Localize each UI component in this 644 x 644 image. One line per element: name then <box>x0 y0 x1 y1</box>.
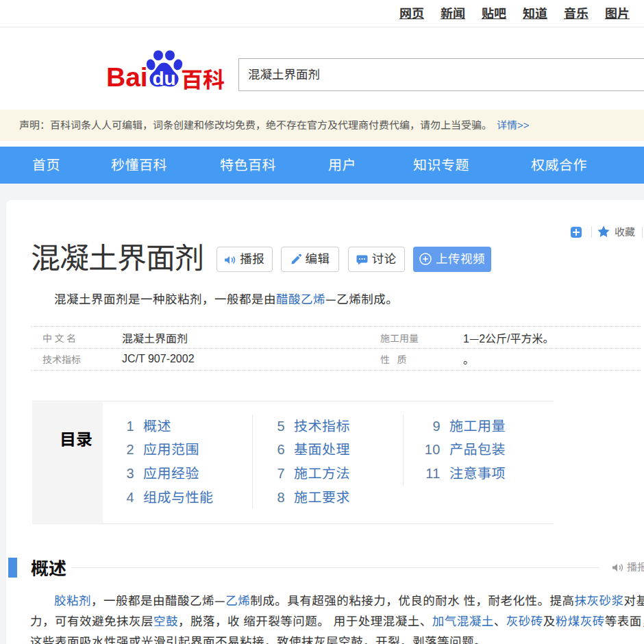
svg-text:du: du <box>152 68 175 88</box>
